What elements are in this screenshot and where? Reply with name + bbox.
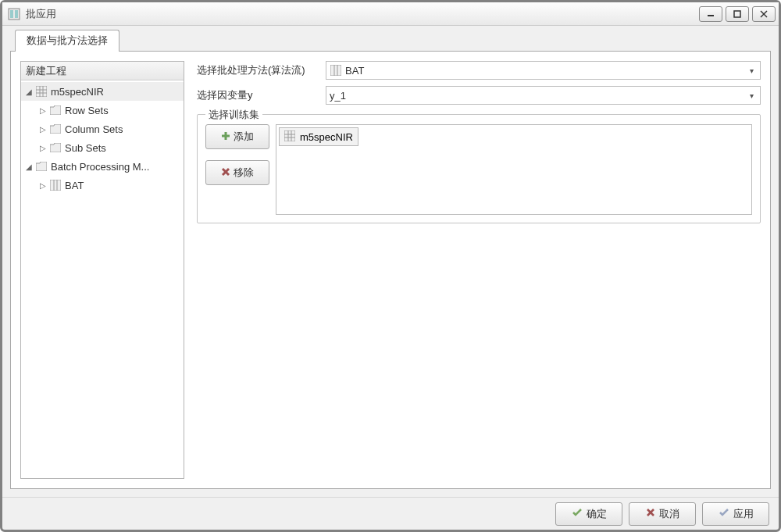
chevron-down-icon: ▾ bbox=[746, 91, 757, 100]
group-trainset: 选择训练集 添加 移除 bbox=[197, 114, 761, 223]
svg-rect-12 bbox=[50, 180, 61, 191]
tree-node-label: BAT bbox=[65, 180, 84, 191]
cancel-button[interactable]: 取消 bbox=[629, 502, 696, 526]
check-icon bbox=[719, 508, 729, 520]
tree-node-columnsets[interactable]: ▷ Column Sets bbox=[21, 120, 184, 138]
folder-icon bbox=[49, 104, 62, 116]
method-icon bbox=[49, 179, 62, 191]
dropdown-value: BAT bbox=[345, 65, 746, 77]
row-yvar: 选择因变量y y_1 ▾ bbox=[197, 86, 761, 105]
tree-node-m5specnir[interactable]: ◢ m5specNIR bbox=[21, 82, 184, 101]
minimize-button[interactable] bbox=[699, 6, 722, 22]
list-item-label: m5specNIR bbox=[300, 131, 353, 143]
expander-icon[interactable]: ▷ bbox=[38, 144, 48, 152]
expander-icon[interactable]: ◢ bbox=[24, 162, 34, 171]
remove-button[interactable]: 移除 bbox=[205, 160, 269, 185]
svg-rect-4 bbox=[734, 11, 740, 17]
tree-header: 新建工程 bbox=[21, 62, 184, 80]
tree-node-label: Batch Processing M... bbox=[51, 161, 149, 173]
apply-button[interactable]: 应用 bbox=[702, 502, 769, 526]
cancel-button-label: 取消 bbox=[659, 507, 679, 521]
expander-icon[interactable]: ▷ bbox=[38, 181, 48, 190]
tree-node-rowsets[interactable]: ▷ Row Sets bbox=[21, 101, 184, 120]
list-item[interactable]: m5specNIR bbox=[279, 127, 358, 146]
tree-node-label: m5specNIR bbox=[51, 86, 104, 98]
dataset-icon bbox=[284, 130, 295, 144]
maximize-button[interactable] bbox=[726, 6, 749, 22]
app-window: 批应用 数据与批方法选择 新建工程 ◢ bbox=[0, 0, 781, 532]
dataset-icon bbox=[35, 85, 48, 98]
expander-icon[interactable]: ◢ bbox=[24, 87, 34, 96]
tab-data-method[interactable]: 数据与批方法选择 bbox=[15, 30, 119, 52]
group-legend: 选择训练集 bbox=[205, 108, 262, 122]
ok-button-label: 确定 bbox=[587, 507, 607, 521]
expander-icon[interactable]: ▷ bbox=[38, 125, 48, 134]
trainset-buttons: 添加 移除 bbox=[205, 124, 269, 215]
svg-rect-1 bbox=[10, 10, 13, 18]
dialog-footer: 确定 取消 应用 bbox=[2, 497, 779, 530]
label-yvar: 选择因变量y bbox=[197, 88, 326, 102]
method-icon bbox=[330, 64, 342, 77]
project-tree: 新建工程 ◢ m5specNIR ▷ Row Sets bbox=[20, 61, 184, 479]
tree-body[interactable]: ◢ m5specNIR ▷ Row Sets ▷ bbox=[21, 80, 184, 478]
close-button[interactable] bbox=[752, 6, 776, 22]
tree-node-subsets[interactable]: ▷ Sub Sets bbox=[21, 138, 184, 157]
expander-icon[interactable]: ▷ bbox=[38, 106, 48, 115]
cancel-icon bbox=[646, 508, 655, 520]
svg-rect-15 bbox=[330, 65, 341, 76]
folder-icon bbox=[35, 160, 48, 173]
tree-node-label: Column Sets bbox=[65, 123, 123, 135]
titlebar: 批应用 bbox=[2, 2, 779, 26]
tree-node-label: Sub Sets bbox=[65, 142, 106, 154]
label-method: 选择批处理方法(算法流) bbox=[197, 63, 326, 77]
delete-icon bbox=[221, 167, 230, 179]
app-icon bbox=[7, 7, 21, 21]
add-button[interactable]: 添加 bbox=[205, 124, 269, 149]
chevron-down-icon: ▾ bbox=[746, 66, 757, 75]
check-icon bbox=[572, 508, 583, 520]
svg-rect-7 bbox=[36, 86, 47, 97]
trainset-list[interactable]: m5specNIR bbox=[276, 124, 752, 215]
form-panel: 选择批处理方法(算法流) BAT ▾ 选择因变量y y_1 ▾ bbox=[197, 61, 761, 479]
ok-button[interactable]: 确定 bbox=[555, 502, 622, 526]
tab-strip: 数据与批方法选择 bbox=[10, 30, 771, 51]
dropdown-value: y_1 bbox=[330, 90, 746, 102]
svg-rect-2 bbox=[15, 10, 18, 18]
window-title: 批应用 bbox=[26, 7, 699, 21]
client-area: 数据与批方法选择 新建工程 ◢ m5specNIR ▷ bbox=[2, 26, 779, 497]
dropdown-method[interactable]: BAT ▾ bbox=[326, 61, 761, 80]
tree-node-label: Row Sets bbox=[65, 105, 109, 116]
svg-rect-22 bbox=[284, 130, 295, 141]
plus-icon bbox=[221, 131, 230, 143]
remove-button-label: 移除 bbox=[234, 166, 254, 180]
tree-node-bat[interactable]: ▷ BAT bbox=[21, 176, 184, 195]
tree-node-batch-processing[interactable]: ◢ Batch Processing M... bbox=[21, 157, 184, 176]
folder-icon bbox=[49, 141, 62, 154]
dropdown-yvar[interactable]: y_1 ▾ bbox=[326, 86, 761, 105]
add-button-label: 添加 bbox=[234, 130, 254, 144]
folder-icon bbox=[49, 123, 62, 135]
row-method: 选择批处理方法(算法流) BAT ▾ bbox=[197, 61, 761, 80]
window-controls bbox=[699, 6, 776, 22]
apply-button-label: 应用 bbox=[733, 507, 754, 521]
tab-page: 新建工程 ◢ m5specNIR ▷ Row Sets bbox=[10, 51, 771, 489]
